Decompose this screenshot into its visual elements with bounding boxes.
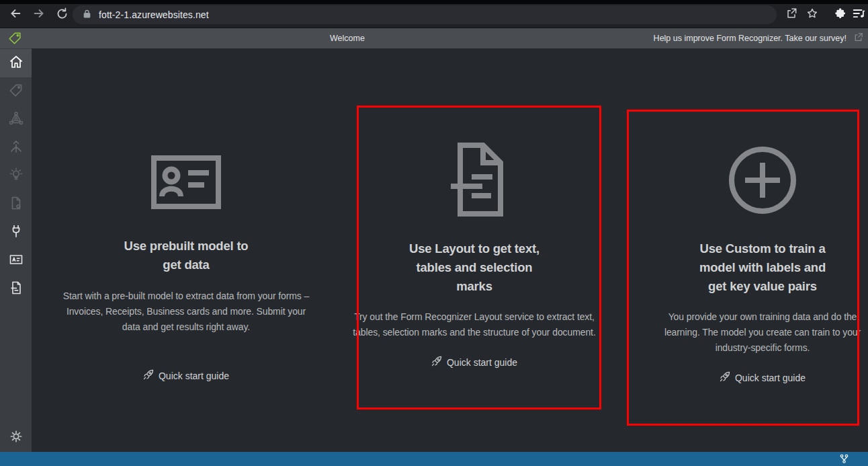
- id-card-icon: [8, 251, 24, 270]
- card-prebuilt[interactable]: Use prebuilt model to get data Start wit…: [65, 151, 307, 382]
- survey-text[interactable]: Help us improve Form Recognizer. Take ou…: [654, 34, 847, 43]
- merge-arrows-icon: [8, 139, 24, 157]
- back-button[interactable]: [7, 6, 24, 24]
- share-icon: [785, 7, 798, 23]
- rocket-icon: [143, 369, 154, 382]
- share-button[interactable]: [783, 7, 799, 23]
- browser-menu-icon: [851, 6, 866, 24]
- sidebar-item-layout-settings[interactable]: [0, 190, 32, 219]
- tag-logo-icon[interactable]: [7, 31, 22, 48]
- quick-start-label[interactable]: Quick start guide: [159, 371, 229, 381]
- settings-gear-icon: [8, 428, 24, 447]
- browser-menu-button[interactable]: [851, 7, 867, 23]
- sidebar: [0, 48, 32, 452]
- card-description: Start with a pre-built model to extract …: [59, 288, 313, 335]
- sidebar-item-prebuilt[interactable]: [0, 247, 32, 275]
- page-title: Welcome: [330, 34, 365, 43]
- plug-icon: [8, 223, 24, 242]
- back-icon: [8, 6, 23, 24]
- app-window: fott-2-1.azurewebsites.net Welc: [0, 0, 868, 466]
- browser-toolbar: fott-2-1.azurewebsites.net: [0, 0, 868, 28]
- graph-icon: [8, 110, 24, 129]
- sidebar-item-settings[interactable]: [0, 424, 32, 452]
- tag-icon: [8, 83, 24, 101]
- sidebar-item-suggestions[interactable]: [0, 162, 32, 190]
- card-title-line: Use prebuilt model to: [124, 237, 249, 256]
- forward-button[interactable]: [30, 6, 48, 24]
- browser-tabstrip: [0, 0, 868, 4]
- sidebar-item-model-compose[interactable]: [0, 106, 32, 134]
- network-nodes-icon[interactable]: [839, 454, 849, 466]
- document-lines-icon: [8, 280, 24, 299]
- sidebar-item-merge[interactable]: [0, 134, 32, 162]
- status-bar: [0, 452, 868, 466]
- survey-link[interactable]: Help us improve Form Recognizer. Take ou…: [654, 28, 864, 48]
- refresh-icon: [55, 7, 69, 24]
- home-icon: [8, 54, 24, 73]
- bookmark-button[interactable]: [804, 7, 820, 23]
- extensions-icon: [833, 7, 847, 24]
- annotation-box-layout-card: [357, 106, 601, 410]
- card-title: Use prebuilt model to get data: [124, 237, 249, 274]
- sidebar-item-tags[interactable]: [0, 77, 32, 106]
- sidebar-item-layout[interactable]: [0, 275, 32, 303]
- refresh-button[interactable]: [53, 6, 71, 24]
- extensions-button[interactable]: [832, 7, 848, 23]
- forward-icon: [32, 6, 46, 24]
- sidebar-item-connections[interactable]: [0, 219, 32, 247]
- star-icon: [806, 7, 819, 23]
- quick-start-link[interactable]: Quick start guide: [143, 369, 229, 382]
- card-title-line: get data: [124, 256, 249, 274]
- address-bar[interactable]: fott-2-1.azurewebsites.net: [73, 5, 777, 24]
- sidebar-item-home[interactable]: [0, 49, 32, 77]
- url-text[interactable]: fott-2-1.azurewebsites.net: [99, 9, 209, 20]
- annotation-box-custom-card: [627, 110, 859, 426]
- lock-icon: [82, 9, 92, 22]
- lightbulb-icon: [8, 167, 24, 186]
- app-header: Welcome Help us improve Form Recognizer.…: [0, 28, 868, 48]
- document-gear-icon: [8, 195, 24, 214]
- external-share-icon: [853, 32, 864, 46]
- id-card-icon: [150, 155, 222, 212]
